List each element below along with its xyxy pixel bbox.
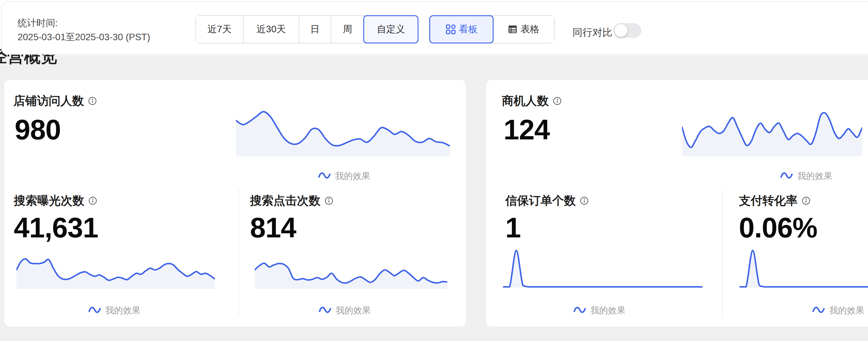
sparkline-search-impressions (17, 253, 215, 289)
stat-time: 统计时间: 2025-03-01至2025-03-30 (PST) (18, 16, 150, 44)
metric-value-payment-conversion: 0.06% (739, 214, 817, 242)
metric-title-visitors: 店铺访问人数 (13, 93, 97, 109)
metric-title-search-clicks: 搜索点击次数 (250, 192, 333, 209)
metric-title-payment-conversion: 支付转化率 (739, 192, 810, 209)
metric-title-text: 店铺访问人数 (13, 93, 84, 109)
metric-value-assured-orders: 1 (505, 214, 521, 242)
range-button-day[interactable]: 日 (299, 16, 331, 43)
legend-payment-conversion: 我的效果 (812, 304, 865, 317)
legend-search-impressions: 我的效果 (88, 304, 141, 317)
info-icon[interactable] (88, 97, 97, 105)
wave-icon (317, 170, 331, 182)
legend-assured-orders: 我的效果 (573, 304, 626, 317)
peer-compare-label: 同行对比 (572, 26, 612, 39)
metric-value-opportunity: 124 (503, 116, 550, 144)
info-icon[interactable] (324, 196, 333, 205)
info-icon[interactable] (553, 97, 562, 105)
sparkline-payment-conversion (740, 248, 868, 287)
dashboard-icon (445, 24, 456, 35)
info-icon[interactable] (88, 196, 97, 205)
view-button-table-label: 表格 (521, 23, 539, 36)
legend-label: 我的效果 (105, 305, 141, 317)
sparkline-opportunity (682, 107, 862, 156)
info-icon[interactable] (802, 196, 810, 205)
wave-icon (780, 170, 793, 182)
view-button-board[interactable]: 看板 (429, 15, 494, 43)
metric-title-text: 信保订单个数 (505, 192, 576, 209)
legend-opportunity: 我的效果 (780, 169, 833, 183)
view-mode-button-group: 看板 表格 (429, 15, 555, 43)
range-button-7d[interactable]: 近7天 (196, 16, 244, 43)
metric-title-text: 搜索曝光次数 (14, 192, 84, 209)
sparkline-assured-orders (503, 248, 703, 287)
legend-label: 我的效果 (590, 305, 626, 317)
legend-label: 我的效果 (797, 170, 833, 182)
metric-title-search-impressions: 搜索曝光次数 (14, 192, 97, 209)
peer-compare-toggle[interactable] (614, 23, 642, 38)
toggle-knob (615, 24, 627, 37)
legend-visitors: 我的效果 (317, 169, 370, 183)
stat-time-range: 2025-03-01至2025-03-30 (PST) (18, 30, 150, 44)
filter-toolbar: 统计时间: 2025-03-01至2025-03-30 (PST) 近7天 近3… (1, 1, 868, 55)
stat-time-label: 统计时间: (18, 16, 150, 30)
card-divider (238, 189, 239, 317)
metric-title-text: 商机人数 (502, 93, 549, 109)
sparkline-visitors (236, 107, 450, 156)
card-divider (722, 189, 723, 317)
legend-search-clicks: 我的效果 (318, 304, 371, 317)
wave-icon (573, 305, 586, 316)
metric-title-opportunity: 商机人数 (502, 93, 562, 109)
legend-label: 我的效果 (335, 170, 370, 182)
range-button-30d[interactable]: 近30天 (244, 16, 299, 43)
metric-value-search-impressions: 41,631 (14, 214, 98, 242)
metric-title-text: 支付转化率 (739, 192, 798, 209)
date-range-button-group: 近7天 近30天 日 周 自定义 (195, 15, 418, 43)
wave-icon (88, 305, 101, 316)
info-icon[interactable] (580, 196, 589, 205)
overview-card-right: 商机人数 124 我的效果 信保订单个数 1 我的效果 支付转化率 0.06% … (486, 80, 868, 327)
range-button-week[interactable]: 周 (331, 16, 364, 43)
view-button-table[interactable]: 表格 (493, 16, 554, 43)
range-button-custom[interactable]: 自定义 (363, 15, 418, 43)
view-button-board-label: 看板 (459, 23, 478, 36)
wave-icon (318, 305, 332, 316)
metric-value-search-clicks: 814 (250, 214, 296, 242)
metric-title-assured-orders: 信保订单个数 (505, 192, 589, 209)
metric-value-visitors: 980 (15, 116, 61, 144)
wave-icon (812, 305, 825, 316)
table-icon (508, 24, 518, 34)
metric-title-text: 搜索点击次数 (250, 192, 320, 209)
legend-label: 我的效果 (829, 305, 865, 317)
sparkline-search-clicks (255, 253, 447, 289)
overview-card-left: 店铺访问人数 980 我的效果 搜索曝光次数 41,631 我的效果 搜索点击次… (4, 80, 466, 327)
legend-label: 我的效果 (336, 305, 371, 317)
